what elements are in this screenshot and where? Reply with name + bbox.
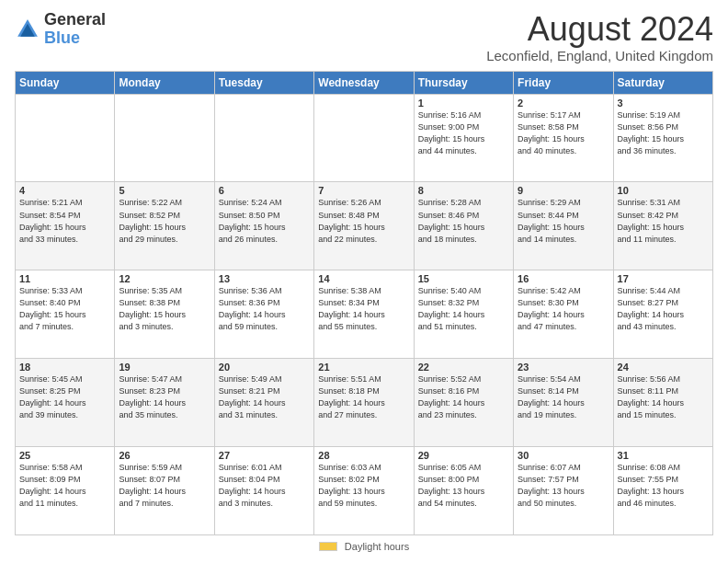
day-number: 19 — [119, 362, 210, 373]
day-info: Sunrise: 5:35 AM Sunset: 8:38 PM Dayligh… — [119, 285, 210, 333]
day-number: 21 — [318, 362, 409, 373]
calendar-cell: 23Sunrise: 5:54 AM Sunset: 8:14 PM Dayli… — [514, 359, 613, 447]
day-info: Sunrise: 5:52 AM Sunset: 8:16 PM Dayligh… — [418, 373, 509, 421]
day-info: Sunrise: 5:29 AM Sunset: 8:44 PM Dayligh… — [518, 197, 609, 245]
calendar-cell: 13Sunrise: 5:36 AM Sunset: 8:36 PM Dayli… — [214, 270, 313, 359]
daylight-bar-icon — [319, 542, 337, 551]
calendar-cell: 10Sunrise: 5:31 AM Sunset: 8:42 PM Dayli… — [613, 182, 712, 270]
day-info: Sunrise: 6:05 AM Sunset: 8:00 PM Dayligh… — [418, 462, 509, 510]
weekday-header: Saturday — [613, 71, 712, 94]
calendar-cell: 9Sunrise: 5:29 AM Sunset: 8:44 PM Daylig… — [514, 182, 613, 270]
calendar-cell: 5Sunrise: 5:22 AM Sunset: 8:52 PM Daylig… — [115, 182, 214, 270]
day-info: Sunrise: 5:58 AM Sunset: 8:09 PM Dayligh… — [19, 462, 110, 510]
day-info: Sunrise: 5:42 AM Sunset: 8:30 PM Dayligh… — [518, 285, 609, 333]
calendar-cell: 18Sunrise: 5:45 AM Sunset: 8:25 PM Dayli… — [16, 359, 115, 447]
weekday-header: Thursday — [414, 71, 513, 94]
logo-icon — [15, 17, 40, 42]
calendar-cell: 2Sunrise: 5:17 AM Sunset: 8:58 PM Daylig… — [514, 94, 613, 182]
day-info: Sunrise: 5:22 AM Sunset: 8:52 PM Dayligh… — [119, 197, 210, 245]
day-info: Sunrise: 5:21 AM Sunset: 8:54 PM Dayligh… — [19, 197, 110, 245]
calendar-cell: 17Sunrise: 5:44 AM Sunset: 8:27 PM Dayli… — [613, 270, 712, 359]
day-number: 22 — [418, 362, 509, 373]
logo: General Blue — [15, 11, 106, 48]
page: General Blue August 2024 Leconfield, Eng… — [0, 0, 728, 563]
day-info: Sunrise: 5:24 AM Sunset: 8:50 PM Dayligh… — [219, 197, 310, 245]
day-number: 25 — [19, 450, 110, 461]
calendar-cell: 27Sunrise: 6:01 AM Sunset: 8:04 PM Dayli… — [214, 447, 313, 535]
day-number: 17 — [618, 273, 709, 284]
day-number: 31 — [618, 450, 709, 461]
day-info: Sunrise: 6:03 AM Sunset: 8:02 PM Dayligh… — [318, 462, 409, 510]
calendar-cell: 7Sunrise: 5:26 AM Sunset: 8:48 PM Daylig… — [314, 182, 414, 270]
calendar-cell: 1Sunrise: 5:16 AM Sunset: 9:00 PM Daylig… — [414, 94, 513, 182]
logo-text: General Blue — [44, 11, 106, 48]
calendar-cell: 29Sunrise: 6:05 AM Sunset: 8:00 PM Dayli… — [414, 447, 513, 535]
day-number: 14 — [318, 273, 409, 284]
calendar-cell — [16, 94, 115, 182]
calendar-table: SundayMondayTuesdayWednesdayThursdayFrid… — [15, 71, 713, 535]
day-info: Sunrise: 5:49 AM Sunset: 8:21 PM Dayligh… — [219, 373, 310, 421]
day-number: 5 — [119, 185, 210, 196]
calendar-cell: 20Sunrise: 5:49 AM Sunset: 8:21 PM Dayli… — [214, 359, 313, 447]
daylight-label: Daylight hours — [345, 541, 409, 552]
title-block: August 2024 Leconfield, England, United … — [486, 11, 713, 63]
calendar-cell — [115, 94, 214, 182]
day-number: 26 — [119, 450, 210, 461]
day-number: 8 — [418, 185, 509, 196]
day-number: 10 — [618, 185, 709, 196]
day-info: Sunrise: 5:26 AM Sunset: 8:48 PM Dayligh… — [318, 197, 409, 245]
day-number: 12 — [119, 273, 210, 284]
calendar-cell — [214, 94, 313, 182]
day-info: Sunrise: 5:44 AM Sunset: 8:27 PM Dayligh… — [618, 285, 709, 333]
day-info: Sunrise: 5:19 AM Sunset: 8:56 PM Dayligh… — [618, 109, 709, 157]
calendar-cell: 16Sunrise: 5:42 AM Sunset: 8:30 PM Dayli… — [514, 270, 613, 359]
weekday-header: Sunday — [16, 71, 115, 94]
calendar-week-row: 4Sunrise: 5:21 AM Sunset: 8:54 PM Daylig… — [16, 182, 713, 270]
day-info: Sunrise: 6:08 AM Sunset: 7:55 PM Dayligh… — [618, 462, 709, 510]
weekday-header: Wednesday — [314, 71, 414, 94]
day-number: 23 — [518, 362, 609, 373]
calendar-cell: 14Sunrise: 5:38 AM Sunset: 8:34 PM Dayli… — [314, 270, 414, 359]
calendar-cell: 12Sunrise: 5:35 AM Sunset: 8:38 PM Dayli… — [115, 270, 214, 359]
day-info: Sunrise: 5:47 AM Sunset: 8:23 PM Dayligh… — [119, 373, 210, 421]
day-info: Sunrise: 5:45 AM Sunset: 8:25 PM Dayligh… — [19, 373, 110, 421]
weekday-header: Friday — [514, 71, 613, 94]
day-number: 13 — [219, 273, 310, 284]
calendar-cell: 4Sunrise: 5:21 AM Sunset: 8:54 PM Daylig… — [16, 182, 115, 270]
calendar-cell: 25Sunrise: 5:58 AM Sunset: 8:09 PM Dayli… — [16, 447, 115, 535]
day-info: Sunrise: 5:28 AM Sunset: 8:46 PM Dayligh… — [418, 197, 509, 245]
day-number: 7 — [318, 185, 409, 196]
subtitle: Leconfield, England, United Kingdom — [486, 48, 713, 63]
day-info: Sunrise: 5:17 AM Sunset: 8:58 PM Dayligh… — [518, 109, 609, 157]
day-number: 29 — [418, 450, 509, 461]
day-number: 3 — [618, 98, 709, 109]
day-info: Sunrise: 5:31 AM Sunset: 8:42 PM Dayligh… — [618, 197, 709, 245]
day-info: Sunrise: 6:01 AM Sunset: 8:04 PM Dayligh… — [219, 462, 310, 510]
day-number: 15 — [418, 273, 509, 284]
day-info: Sunrise: 6:07 AM Sunset: 7:57 PM Dayligh… — [518, 462, 609, 510]
day-info: Sunrise: 5:56 AM Sunset: 8:11 PM Dayligh… — [618, 373, 709, 421]
calendar-week-row: 25Sunrise: 5:58 AM Sunset: 8:09 PM Dayli… — [16, 447, 713, 535]
calendar-cell: 30Sunrise: 6:07 AM Sunset: 7:57 PM Dayli… — [514, 447, 613, 535]
day-number: 9 — [518, 185, 609, 196]
day-number: 1 — [418, 98, 509, 109]
calendar-cell: 19Sunrise: 5:47 AM Sunset: 8:23 PM Dayli… — [115, 359, 214, 447]
day-number: 6 — [219, 185, 310, 196]
weekday-header: Monday — [115, 71, 214, 94]
day-info: Sunrise: 5:38 AM Sunset: 8:34 PM Dayligh… — [318, 285, 409, 333]
calendar-cell: 6Sunrise: 5:24 AM Sunset: 8:50 PM Daylig… — [214, 182, 313, 270]
day-number: 30 — [518, 450, 609, 461]
calendar-cell: 26Sunrise: 5:59 AM Sunset: 8:07 PM Dayli… — [115, 447, 214, 535]
day-info: Sunrise: 5:59 AM Sunset: 8:07 PM Dayligh… — [119, 462, 210, 510]
calendar-cell: 31Sunrise: 6:08 AM Sunset: 7:55 PM Dayli… — [613, 447, 712, 535]
day-number: 16 — [518, 273, 609, 284]
weekday-header: Tuesday — [214, 71, 313, 94]
day-number: 28 — [318, 450, 409, 461]
calendar-week-row: 18Sunrise: 5:45 AM Sunset: 8:25 PM Dayli… — [16, 359, 713, 447]
day-info: Sunrise: 5:16 AM Sunset: 9:00 PM Dayligh… — [418, 109, 509, 157]
day-info: Sunrise: 5:33 AM Sunset: 8:40 PM Dayligh… — [19, 285, 110, 333]
footer: Daylight hours — [15, 541, 713, 552]
day-info: Sunrise: 5:54 AM Sunset: 8:14 PM Dayligh… — [518, 373, 609, 421]
calendar-cell: 24Sunrise: 5:56 AM Sunset: 8:11 PM Dayli… — [613, 359, 712, 447]
calendar-cell: 11Sunrise: 5:33 AM Sunset: 8:40 PM Dayli… — [16, 270, 115, 359]
